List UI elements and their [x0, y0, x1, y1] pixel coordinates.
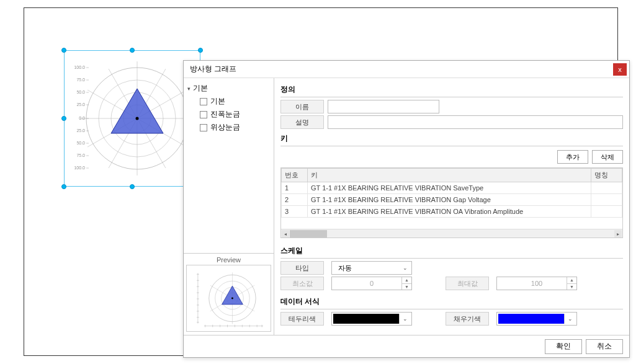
scale-max-value: 100	[531, 280, 542, 287]
canvas-frame: 100.075.050.025.00.025.050.075.0100.0 방사…	[24, 7, 618, 356]
resize-handle-sw[interactable]	[61, 184, 66, 189]
tree-item-basic[interactable]: 기본	[200, 95, 271, 108]
table-row[interactable]: 3GT 1-1 #1X BEARING RELATIVE VIBRATION O…	[282, 206, 622, 218]
table-row[interactable]: 1GT 1-1 #1X BEARING RELATIVE VIBRATION S…	[282, 182, 622, 194]
selection-box	[64, 50, 200, 187]
scale-min-input: 0 ▲▼	[331, 277, 412, 290]
cell-key: GT 1-1 #1X BEARING RELATIVE VIBRATION Sa…	[308, 182, 591, 194]
col-alias[interactable]: 명칭	[591, 169, 622, 182]
section-scale-title: 스케일	[280, 243, 623, 259]
caret-down-icon: ▾	[187, 86, 191, 92]
tree-item-amplitude[interactable]: 진폭눈금	[200, 108, 271, 121]
border-color-swatch	[333, 314, 399, 324]
cell-alias	[591, 182, 622, 194]
preview-label: Preview	[217, 256, 241, 264]
resize-handle-n[interactable]	[130, 48, 135, 53]
scroll-thumb[interactable]	[290, 230, 327, 237]
right-panel[interactable]: 정의 이름 설명 키 추가 삭제 번호	[274, 78, 629, 335]
tree-item-label: 위상눈금	[210, 122, 240, 133]
cell-alias	[591, 194, 622, 206]
section-key-title: 키	[280, 131, 623, 146]
scale-min-value: 0	[370, 280, 374, 287]
scale-max-label: 최대값	[446, 277, 489, 290]
close-button[interactable]: x	[613, 63, 627, 76]
dialog-footer: 확인 취소	[184, 335, 629, 357]
spinner-up-icon: ▲	[567, 277, 576, 284]
section-format-title: 데이터 서식	[280, 294, 623, 309]
col-no[interactable]: 번호	[282, 169, 308, 182]
cancel-button[interactable]: 취소	[586, 339, 623, 354]
add-button[interactable]: 추가	[557, 150, 588, 164]
resize-handle-nw[interactable]	[61, 48, 66, 53]
settings-tree: ▾ 기본 기본 진폭눈금 위상눈금	[184, 78, 274, 253]
delete-button[interactable]: 삭제	[592, 150, 623, 164]
scale-type-label: 타입	[280, 261, 324, 275]
dialog-title: 방사형 그래프	[190, 64, 236, 74]
scroll-right-icon[interactable]: ▸	[614, 230, 622, 237]
cell-no: 1	[282, 182, 308, 194]
key-table: 번호 키 명칭 1GT 1-1 #1X BEARING RELATIVE VIB…	[280, 167, 623, 238]
border-color-label: 테두리색	[280, 312, 324, 326]
spinner: ▲▼	[401, 277, 411, 290]
dialog-titlebar[interactable]: 방사형 그래프 x	[184, 61, 629, 78]
chevron-down-icon: ⌄	[564, 314, 575, 324]
checkbox-icon[interactable]	[200, 111, 207, 118]
desc-input[interactable]	[328, 115, 623, 129]
radar-chart-selected[interactable]: 100.075.050.025.00.025.050.075.0100.0	[64, 50, 200, 187]
resize-handle-ne[interactable]	[198, 48, 203, 53]
col-key[interactable]: 키	[308, 169, 591, 182]
close-icon: x	[618, 66, 622, 73]
checkbox-icon[interactable]	[200, 98, 207, 105]
border-color-picker[interactable]: ⌄	[331, 312, 412, 326]
desc-label: 설명	[280, 115, 324, 129]
left-panel: ▾ 기본 기본 진폭눈금 위상눈금 Preview	[184, 78, 274, 335]
name-label: 이름	[280, 100, 324, 113]
fill-color-picker[interactable]: ⌄	[496, 312, 577, 326]
tree-root-label: 기본	[193, 83, 208, 94]
chevron-down-icon: ⌄	[403, 265, 408, 271]
scroll-left-icon[interactable]: ◂	[282, 230, 289, 237]
spinner-up-icon: ▲	[402, 277, 411, 284]
resize-handle-w[interactable]	[61, 116, 66, 121]
spinner: ▲▼	[567, 277, 576, 290]
tree-root-basic[interactable]: ▾ 기본	[186, 82, 271, 95]
scale-max-input: 100 ▲▼	[496, 277, 577, 290]
preview-chart	[186, 265, 271, 332]
tree-item-label: 기본	[210, 96, 225, 107]
cell-key: GT 1-1 #1X BEARING RELATIVE VIBRATION OA…	[308, 206, 591, 218]
name-input[interactable]	[328, 100, 439, 113]
scale-type-value: 자동	[338, 264, 352, 273]
preview-panel: Preview	[184, 253, 274, 335]
dialog-body: ▾ 기본 기본 진폭눈금 위상눈금 Preview	[184, 78, 629, 335]
fill-color-label: 채우기색	[446, 312, 489, 326]
cell-no: 3	[282, 206, 308, 218]
table-row[interactable]: 2GT 1-1 #1X BEARING RELATIVE VIBRATION G…	[282, 194, 622, 206]
table-horizontal-scrollbar[interactable]: ◂ ▸	[281, 229, 622, 237]
scale-min-label: 최소값	[280, 277, 324, 290]
cell-key: GT 1-1 #1X BEARING RELATIVE VIBRATION Ga…	[308, 194, 591, 206]
chevron-down-icon: ⌄	[399, 314, 410, 324]
radar-graph-dialog: 방사형 그래프 x ▾ 기본 기본 진폭눈금 위상눈금 Preview	[183, 60, 630, 358]
tree-item-phase[interactable]: 위상눈금	[200, 121, 271, 134]
spinner-down-icon: ▼	[567, 284, 576, 290]
tree-item-label: 진폭눈금	[210, 109, 240, 120]
resize-handle-s[interactable]	[130, 184, 135, 189]
scale-type-select[interactable]: 자동 ⌄	[331, 261, 412, 275]
checkbox-icon[interactable]	[200, 124, 207, 131]
fill-color-swatch	[498, 314, 564, 324]
section-definition-title: 정의	[280, 82, 623, 97]
cell-alias	[591, 206, 622, 218]
spinner-down-icon: ▼	[402, 284, 411, 290]
ok-button[interactable]: 확인	[545, 339, 582, 354]
svg-point-47	[231, 298, 233, 300]
cell-no: 2	[282, 194, 308, 206]
svg-marker-46	[222, 286, 243, 304]
